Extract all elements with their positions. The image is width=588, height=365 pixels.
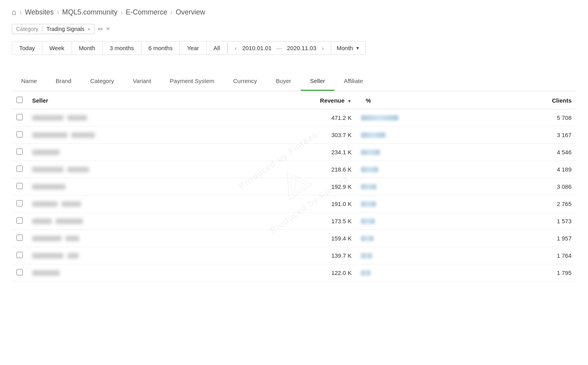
seller-name-cell [27,195,237,213]
revenue-cell: 192.9 K [237,178,356,195]
table-row: 471.2 K5 708 [12,109,576,126]
row-checkbox-cell[interactable] [12,213,27,230]
breadcrumb-mql5[interactable]: MQL5.community [62,8,117,16]
table-row: 122.0 K1 795 [12,264,576,282]
row-checkbox[interactable] [16,148,23,155]
breadcrumb-overview[interactable]: Overview [176,8,205,16]
row-checkbox[interactable] [16,252,23,258]
revenue-cell: 159.4 K [237,230,356,247]
time-btn-week[interactable]: Week [42,42,72,54]
revenue-cell: 303.7 K [237,126,356,144]
breadcrumb-ecommerce[interactable]: E-Commerce [126,8,167,16]
seller-name-cell [27,161,237,178]
row-checkbox-cell[interactable] [12,247,27,264]
tab-affiliate[interactable]: Affiliate [334,74,372,91]
time-btn-all[interactable]: All [207,42,228,54]
filter-clear-icon[interactable]: × [106,25,110,33]
revenue-cell: 218.6 K [237,161,356,178]
th-checkbox[interactable] [12,91,27,109]
tab-seller[interactable]: Seller [301,74,334,91]
filter-value: Trading Signals [47,26,85,32]
filter-edit-icon[interactable]: ✏ [98,25,103,33]
clients-cell: 3 167 [492,126,576,144]
row-checkbox-cell[interactable] [12,126,27,144]
seller-name-cell [27,247,237,264]
row-checkbox[interactable] [16,166,23,172]
revenue-cell: 191.0 K [237,195,356,213]
date-start: 2010.01.01 [242,45,272,51]
row-checkbox-cell[interactable] [12,161,27,178]
clients-cell: 2 765 [492,195,576,213]
row-checkbox[interactable] [16,217,23,224]
percent-cell [356,161,492,178]
filter-close-icon[interactable]: × [87,26,91,32]
time-btn-year[interactable]: Year [180,42,206,54]
row-checkbox-cell[interactable] [12,144,27,161]
select-all-checkbox[interactable] [16,97,23,103]
clients-cell: 5 708 [492,109,576,126]
table-row: 234.1 K4 546 [12,144,576,161]
time-filter-bar: Today Week Month 3 months 6 months Year … [12,41,366,55]
tab-payment-system[interactable]: Payment System [160,74,223,91]
row-checkbox-cell[interactable] [12,109,27,126]
period-dropdown[interactable]: Month ▼ [331,42,366,54]
column-tabs: Name Brand Category Variant Payment Syst… [12,74,576,91]
percent-cell [356,264,492,282]
seller-name-cell [27,213,237,230]
tab-name[interactable]: Name [12,74,46,91]
table-row: 159.4 K1 957 [12,230,576,247]
date-range-section: ‹ 2010.01.01 — 2020.11.03 › [227,43,331,53]
seller-name-cell [27,230,237,247]
tab-category[interactable]: Category [81,74,123,91]
th-seller: Seller [27,91,237,109]
row-checkbox[interactable] [16,131,23,137]
percent-cell [356,213,492,230]
tab-brand[interactable]: Brand [46,74,81,91]
th-revenue[interactable]: Revenue ▼ [237,91,356,109]
date-next-btn[interactable]: › [319,43,326,53]
period-label: Month [337,45,353,51]
table-row: 218.6 K4 189 [12,161,576,178]
table-row: 173.5 K1 573 [12,213,576,230]
time-btn-6months[interactable]: 6 months [142,42,180,54]
row-checkbox[interactable] [16,200,23,206]
clients-cell: 1 795 [492,264,576,282]
tab-variant[interactable]: Variant [123,74,160,91]
date-end: 2020.11.03 [287,45,316,51]
row-checkbox-cell[interactable] [12,230,27,247]
table-row: 191.0 K2 765 [12,195,576,213]
th-clients: Clients [492,91,576,109]
filter-label: Category [16,26,38,32]
percent-cell [356,109,492,126]
category-filter-tag[interactable]: Category │ Trading Signals × [12,24,95,34]
row-checkbox-cell[interactable] [12,264,27,282]
row-checkbox[interactable] [16,269,23,275]
revenue-cell: 234.1 K [237,144,356,161]
seller-name-cell [27,264,237,282]
table-row: 303.7 K3 167 [12,126,576,144]
tab-buyer[interactable]: Buyer [267,74,301,91]
percent-cell [356,230,492,247]
row-checkbox[interactable] [16,235,23,241]
seller-name-cell [27,144,237,161]
clients-cell: 3 086 [492,178,576,195]
row-checkbox-cell[interactable] [12,195,27,213]
date-prev-btn[interactable]: ‹ [232,43,239,53]
revenue-cell: 173.5 K [237,213,356,230]
breadcrumb: ⌂ › Websites › MQL5.community › E-Commer… [12,8,576,17]
time-btn-3months[interactable]: 3 months [103,42,142,54]
row-checkbox-cell[interactable] [12,178,27,195]
chevron-down-icon: ▼ [355,45,360,51]
breadcrumb-websites[interactable]: Websites [25,8,54,16]
th-percent: % [356,91,492,109]
home-icon[interactable]: ⌂ [12,8,16,17]
seller-name-cell [27,126,237,144]
time-btn-today[interactable]: Today [12,42,42,54]
time-btn-month[interactable]: Month [72,42,103,54]
row-checkbox[interactable] [16,114,23,120]
row-checkbox[interactable] [16,183,23,189]
percent-cell [356,178,492,195]
tab-currency[interactable]: Currency [224,74,267,91]
percent-cell [356,144,492,161]
sort-desc-icon: ▼ [347,99,352,103]
